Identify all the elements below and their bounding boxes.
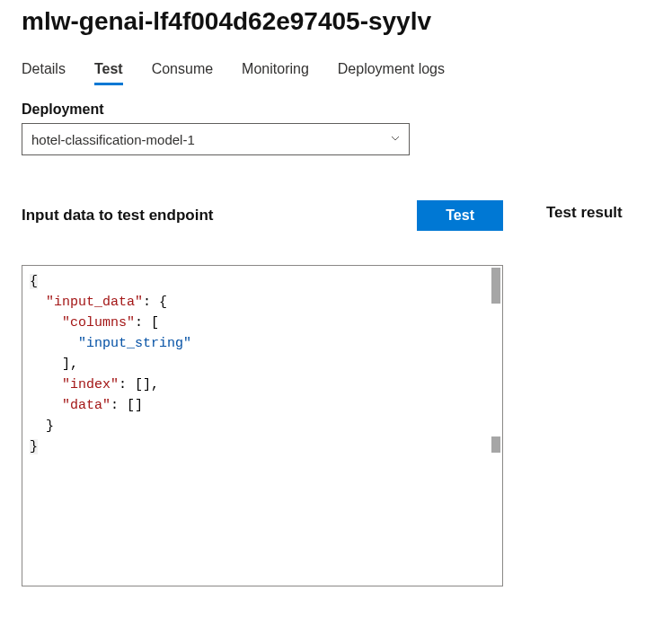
scrollbar-thumb[interactable] <box>491 268 500 304</box>
tab-details[interactable]: Details <box>22 61 66 85</box>
input-json-editor[interactable]: { "input_data": { "columns": [ "input_st… <box>22 265 503 586</box>
deployment-dropdown[interactable]: hotel-classification-model-1 <box>22 123 410 155</box>
input-data-heading: Input data to test endpoint <box>22 207 213 225</box>
test-button[interactable]: Test <box>417 200 503 231</box>
tab-deployment-logs[interactable]: Deployment logs <box>338 61 445 85</box>
tab-test[interactable]: Test <box>94 61 123 85</box>
tab-monitoring[interactable]: Monitoring <box>242 61 309 85</box>
tabs: DetailsTestConsumeMonitoringDeployment l… <box>22 61 650 85</box>
page-title: mlw-genai-lf4f004d62e97405-syylv <box>22 7 650 36</box>
deployment-label: Deployment <box>22 101 650 118</box>
editor-scrollbar-vertical[interactable] <box>490 266 502 586</box>
tab-consume[interactable]: Consume <box>152 61 213 85</box>
scrollbar-thumb[interactable] <box>491 436 500 453</box>
test-result-heading: Test result <box>546 204 623 222</box>
deployment-selected-value: hotel-classification-model-1 <box>22 123 410 155</box>
